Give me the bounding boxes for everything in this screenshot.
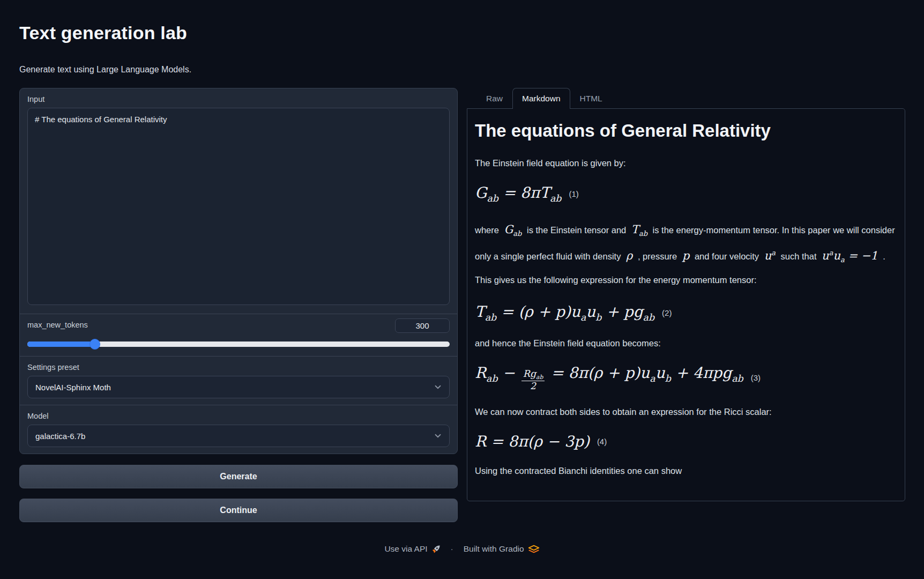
slider-thumb[interactable] — [90, 339, 100, 350]
tab-raw[interactable]: Raw — [476, 88, 512, 108]
gradio-logo — [528, 545, 540, 553]
left-column: Input # The equations of General Relativ… — [19, 88, 458, 522]
slider-fill — [27, 342, 95, 347]
input-textarea[interactable]: # The equations of General Relativity — [27, 108, 450, 305]
settings-preset-block: Settings preset NovelAI-Sphinx Moth — [20, 356, 457, 405]
max-new-tokens-label: max_new_tokens — [27, 321, 88, 329]
equation-3: Rab − Rgab2 = 8π(ρ + p)uaub + 4πpgab (3) — [475, 364, 896, 391]
output-paragraph: and hence the Einstein field equation be… — [475, 336, 896, 351]
output-paragraph: Using the contracted Bianchi identities … — [475, 463, 896, 479]
output-paragraph: where Gab is the Einstein tensor and Tab… — [475, 217, 896, 290]
math-inline: = 8π(ρ + p)uaub + 4πpgab — [546, 364, 743, 382]
max-new-tokens-number-input[interactable] — [395, 318, 450, 333]
generate-button[interactable]: Generate — [19, 465, 458, 488]
markdown-output-panel: The equations of General Relativity The … — [467, 108, 905, 501]
chevron-down-icon — [433, 382, 443, 392]
chevron-down-icon — [433, 431, 443, 441]
model-value: galactica-6.7b — [35, 432, 85, 441]
output-paragraph: We can now contract both sides to obtain… — [475, 404, 896, 420]
equation-4: R = 8π(ρ − 3p) (4) — [475, 433, 896, 450]
equation-body: R = 8π(ρ − 3p) — [475, 433, 590, 450]
model-block: Model galactica-6.7b — [20, 405, 457, 454]
equation-number: (4) — [597, 437, 607, 446]
page-subtitle: Generate text using Large Language Model… — [19, 65, 905, 75]
text-segment: is the Einstein tensor and — [524, 225, 628, 235]
footer: Use via API · Built with Gradio — [19, 544, 905, 554]
math-inline: ρ — [626, 249, 632, 262]
equation-number: (1) — [569, 189, 578, 198]
continue-button[interactable]: Continue — [19, 499, 458, 522]
use-via-api-label: Use via API — [384, 544, 427, 554]
input-block: Input # The equations of General Relativ… — [20, 88, 457, 314]
output-tab-bar: Raw Markdown HTML — [467, 88, 905, 108]
form-panel: Input # The equations of General Relativ… — [19, 88, 458, 454]
equation-1: Gab = 8πTab (1) — [475, 184, 896, 204]
output-paragraph: The Einstein field equation is given by: — [475, 155, 896, 171]
math-inline: Tab = (ρ + p)uaub + pgab — [475, 303, 654, 321]
equation-body: Gab = 8πTab — [475, 184, 561, 204]
math-inline: ua — [764, 249, 776, 262]
model-dropdown[interactable]: galactica-6.7b — [27, 425, 450, 447]
equation-number: (2) — [662, 308, 672, 317]
built-with-gradio-link[interactable]: Built with Gradio — [464, 544, 540, 554]
math-inline: Gab = 8πTab — [475, 184, 561, 202]
math-inline: Gab — [504, 223, 522, 236]
rocket-icon — [431, 545, 441, 554]
main-row: Input # The equations of General Relativ… — [19, 88, 905, 522]
use-via-api-link[interactable]: Use via API — [384, 544, 440, 554]
text-segment: where — [475, 225, 502, 235]
settings-preset-label: Settings preset — [27, 363, 450, 372]
math-inline: Rab − — [475, 364, 520, 382]
built-with-gradio-label: Built with Gradio — [464, 544, 524, 554]
footer-separator: · — [451, 544, 453, 554]
settings-preset-dropdown[interactable]: NovelAI-Sphinx Moth — [27, 376, 450, 398]
math-inline: p — [682, 249, 689, 262]
right-column: Raw Markdown HTML The equations of Gener… — [467, 88, 905, 501]
text-segment: such that — [778, 251, 819, 261]
settings-preset-value: NovelAI-Sphinx Moth — [35, 383, 111, 392]
math-inline: Tab — [631, 223, 647, 236]
math-inline: uaua = −1 — [822, 249, 878, 262]
app-page: Text generation lab Generate text using … — [0, 23, 924, 554]
text-segment: and four velocity — [692, 251, 761, 261]
model-label: Model — [27, 412, 450, 420]
tab-html[interactable]: HTML — [570, 88, 612, 108]
equation-number: (3) — [751, 373, 761, 382]
math-inline: R = 8π(ρ − 3p) — [475, 433, 590, 450]
input-label: Input — [27, 95, 450, 103]
max-new-tokens-block: max_new_tokens — [20, 314, 457, 356]
output-heading: The equations of General Relativity — [475, 121, 896, 141]
page-title: Text generation lab — [19, 23, 905, 43]
equation-body: Tab = (ρ + p)uaub + pgab — [475, 303, 654, 323]
equation-body: Rab − Rgab2 = 8π(ρ + p)uaub + 4πpgab — [475, 364, 743, 391]
max-new-tokens-slider[interactable] — [27, 339, 450, 350]
text-segment: , pressure — [635, 251, 680, 261]
tab-markdown[interactable]: Markdown — [512, 88, 570, 109]
equation-2: Tab = (ρ + p)uaub + pgab (2) — [475, 303, 896, 323]
math-fraction: Rgab2 — [521, 369, 545, 391]
